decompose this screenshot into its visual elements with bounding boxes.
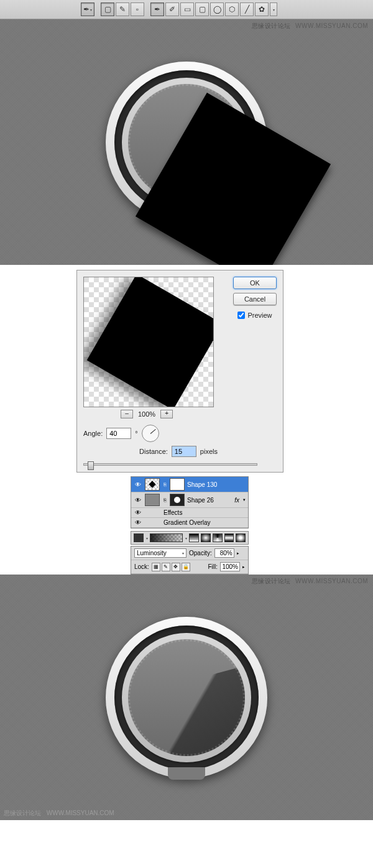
fill-label: Fill: [208, 563, 218, 570]
shape-options-dropdown[interactable]: ▾ [270, 2, 277, 16]
grad-radial-icon[interactable] [201, 533, 211, 542]
foreground-swatch[interactable] [134, 533, 144, 542]
freeform-pen-icon[interactable]: ✐ [165, 2, 179, 16]
zoom-in-button[interactable]: + [160, 410, 173, 418]
shape-layers-icon[interactable]: ▢ [101, 2, 114, 16]
fill-input[interactable] [220, 562, 240, 571]
blend-mode-select[interactable]: Luminosity ▾ [134, 548, 186, 558]
fill-pixels-icon[interactable]: ▫ [131, 2, 144, 16]
layers-panel: 👁 ⎘ Shape 130 👁 ⎘ Shape 26 fx ▾ 👁 Effect… [131, 476, 249, 529]
opacity-input[interactable] [214, 548, 234, 558]
angle-dial[interactable] [142, 425, 159, 442]
fx-toggle-icon[interactable]: ▾ [243, 497, 246, 502]
mask-thumb[interactable] [170, 494, 185, 506]
visibility-icon[interactable]: 👁 [134, 497, 142, 504]
distance-slider[interactable] [83, 463, 257, 466]
layer-options-panel: Luminosity ▾ Opacity: ▸ Lock: ▦ ✎ ✥ 🔒 Fi… [131, 546, 249, 575]
watermark-bottom-right: 思缘设计论坛 WWW.MISSYUAN.COM [252, 577, 368, 586]
preview-checkbox-row[interactable]: Preview [237, 312, 272, 319]
motion-blur-dialog: OK Cancel Preview – 100% + Angle: ° Dist… [76, 270, 283, 473]
custom-shape-icon[interactable]: ✿ [255, 2, 269, 16]
lock-all-icon[interactable]: 🔒 [182, 563, 190, 571]
line-icon[interactable]: ╱ [240, 2, 254, 16]
grad-diamond-icon[interactable] [236, 533, 246, 542]
lock-buttons: ▦ ✎ ✥ 🔒 [152, 563, 190, 571]
gradient-options-bar: ▾ ▾ [131, 531, 249, 545]
preview-shape [87, 277, 214, 407]
ellipse-icon[interactable]: ◯ [210, 2, 224, 16]
knob-artwork-result [106, 617, 267, 778]
preview-label: Preview [247, 312, 272, 319]
layer-shape-26[interactable]: 👁 ⎘ Shape 26 fx ▾ [131, 492, 248, 508]
layer-shape-130[interactable]: 👁 ⎘ Shape 130 [131, 477, 248, 492]
pen-icon[interactable]: ✒ [150, 2, 164, 16]
cancel-button[interactable]: Cancel [233, 293, 277, 305]
distance-unit: pixels [200, 448, 218, 455]
rounded-rect-icon[interactable]: ▢ [195, 2, 209, 16]
fx-badge[interactable]: fx [234, 497, 239, 504]
link-icon: ⎘ [162, 497, 167, 503]
gradient-dropdown[interactable]: ▾ [185, 536, 187, 540]
gradient-overlay-label: Gradient Overlay [163, 519, 211, 526]
pen-tool-icon[interactable]: ✒▾ [81, 2, 94, 16]
layer-name: Shape 130 [187, 481, 217, 488]
link-icon: ⎘ [162, 482, 167, 487]
layer-name: Shape 26 [187, 497, 214, 504]
ok-button[interactable]: OK [233, 277, 277, 289]
angle-unit: ° [135, 430, 137, 437]
angle-input[interactable] [106, 428, 131, 439]
grad-reflected-icon[interactable] [224, 533, 234, 542]
lock-label: Lock: [134, 563, 149, 570]
distance-input[interactable] [172, 446, 196, 457]
watermark-top: 思缘设计论坛 WWW.MISSYUAN.COM [252, 22, 368, 30]
opacity-slider-icon[interactable]: ▸ [237, 551, 239, 556]
canvas-top: 思缘设计论坛 WWW.MISSYUAN.COM [0, 19, 373, 265]
zoom-value: 100% [138, 410, 155, 418]
mask-thumb[interactable] [170, 478, 185, 491]
gradient-overlay-row[interactable]: 👁 Gradient Overlay [131, 518, 248, 528]
preview-checkbox[interactable] [237, 312, 245, 319]
lock-pixels-icon[interactable]: ✎ [162, 563, 170, 571]
layer-thumb[interactable] [145, 494, 160, 506]
swatch-dropdown[interactable]: ▾ [146, 536, 148, 540]
opacity-label: Opacity: [189, 550, 212, 556]
gradient-picker[interactable] [150, 533, 183, 542]
dialog-preview[interactable] [83, 277, 214, 407]
effects-row[interactable]: 👁 Effects [131, 508, 248, 518]
effects-label: Effects [163, 509, 182, 516]
visibility-icon[interactable]: 👁 [134, 509, 142, 516]
options-bar: ✒▾ ▢ ✎ ▫ ✒ ✐ ▭ ▢ ◯ ⬡ ╱ ✿ ▾ [0, 0, 373, 19]
grad-angle-icon[interactable] [213, 533, 223, 542]
lock-position-icon[interactable]: ✥ [172, 563, 180, 571]
fill-slider-icon[interactable]: ▸ [242, 565, 245, 570]
zoom-out-button[interactable]: – [121, 410, 133, 418]
visibility-icon[interactable]: 👁 [134, 519, 142, 526]
rectangle-icon[interactable]: ▭ [180, 2, 194, 16]
lock-transparency-icon[interactable]: ▦ [152, 563, 160, 571]
distance-label: Distance: [139, 448, 168, 455]
angle-label: Angle: [83, 430, 103, 437]
layer-thumb[interactable] [145, 478, 160, 491]
grad-linear-icon[interactable] [189, 533, 199, 542]
watermark-bottom-left: 思缘设计论坛 WWW.MISSYUAN.COM [4, 809, 114, 818]
polygon-icon[interactable]: ⬡ [225, 2, 239, 16]
canvas-bottom: 思缘设计论坛 WWW.MISSYUAN.COM 思缘设计论坛 WWW.MISSY… [0, 575, 373, 820]
visibility-icon[interactable]: 👁 [134, 481, 142, 488]
paths-icon[interactable]: ✎ [116, 2, 129, 16]
